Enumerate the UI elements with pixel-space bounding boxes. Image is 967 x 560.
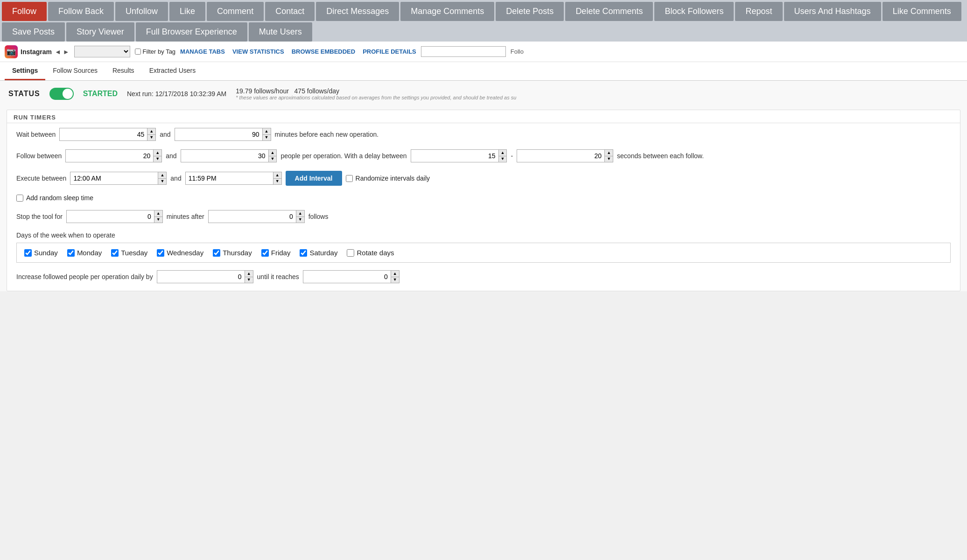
tab-settings[interactable]: Settings: [5, 62, 45, 80]
nav-btn-comment[interactable]: Comment: [207, 2, 264, 21]
execute-start-up[interactable]: ▲: [158, 172, 166, 178]
follow-max-spinner: ▲ ▼: [181, 149, 277, 162]
execute-between-label: Execute between: [16, 175, 66, 182]
nav-btn-full-browser[interactable]: Full Browser Experience: [136, 22, 247, 42]
stop-minutes-input[interactable]: [66, 210, 154, 223]
status-note: * these values are aproximations calcula…: [236, 95, 516, 100]
nav-btn-mute-users[interactable]: Mute Users: [249, 22, 312, 42]
delay-min-input[interactable]: [411, 149, 499, 162]
delay-min-down[interactable]: ▼: [499, 156, 507, 162]
follow-max-up[interactable]: ▲: [269, 150, 277, 156]
nav-btn-delete-posts[interactable]: Delete Posts: [496, 2, 564, 21]
follow-min-input[interactable]: [65, 149, 154, 162]
day-friday-checkbox[interactable]: [261, 249, 269, 257]
nav-btn-manage-comments[interactable]: Manage Comments: [400, 2, 494, 21]
until-value-input[interactable]: [303, 270, 391, 283]
execute-start-down[interactable]: ▼: [158, 178, 166, 185]
day-sunday-label: Sunday: [34, 249, 58, 257]
tab-extracted-users[interactable]: Extracted Users: [142, 62, 203, 80]
day-saturday-checkbox[interactable]: [300, 249, 307, 257]
day-wednesday-checkbox[interactable]: [157, 249, 164, 257]
status-toggle[interactable]: [49, 88, 74, 100]
day-sunday-checkbox[interactable]: [24, 249, 32, 257]
nav-btn-delete-comments[interactable]: Delete Comments: [565, 2, 653, 21]
add-interval-button[interactable]: Add Interval: [286, 171, 342, 186]
nav-btn-follow[interactable]: Follow: [2, 2, 47, 21]
execute-end-input[interactable]: [185, 172, 273, 185]
follow-min-up[interactable]: ▲: [154, 150, 161, 156]
delay-max-btns: ▲ ▼: [605, 149, 613, 162]
wait-min-down[interactable]: ▼: [147, 134, 155, 141]
increase-value-down[interactable]: ▼: [245, 277, 253, 283]
stop-follows-down[interactable]: ▼: [296, 217, 304, 223]
follow-and-label: and: [166, 152, 176, 160]
wait-suffix-label: minutes before each new operation.: [275, 131, 379, 138]
tab-results[interactable]: Results: [105, 62, 142, 80]
delay-max-down[interactable]: ▼: [605, 156, 613, 162]
delay-max-up[interactable]: ▲: [605, 150, 613, 156]
until-label: until it reaches: [257, 273, 299, 280]
day-rotate-days-label: Rotate days: [357, 249, 394, 257]
nav-btn-follow-back[interactable]: Follow Back: [48, 2, 114, 21]
stop-minutes-down[interactable]: ▼: [154, 217, 162, 223]
day-thursday-checkbox[interactable]: [213, 249, 220, 257]
nav-btn-repost[interactable]: Repost: [735, 2, 782, 21]
day-wednesday: Wednesday: [157, 249, 203, 257]
wait-max-input[interactable]: [175, 128, 263, 141]
execute-and-label: and: [170, 175, 181, 182]
until-value-up[interactable]: ▲: [391, 271, 399, 277]
nav-btn-direct-messages[interactable]: Direct Messages: [316, 2, 399, 21]
tab-follow-sources[interactable]: Follow Sources: [45, 62, 105, 80]
increase-value-btns: ▲ ▼: [245, 270, 253, 283]
platform-arrows[interactable]: ◄ ►: [55, 48, 70, 56]
days-box: SundayMondayTuesdayWednesdayThursdayFrid…: [16, 243, 951, 263]
until-value-down[interactable]: ▼: [391, 277, 399, 283]
follow-min-down[interactable]: ▼: [154, 156, 161, 162]
increase-value-up[interactable]: ▲: [245, 271, 253, 277]
execute-end-up[interactable]: ▲: [273, 172, 281, 178]
nav-btn-save-posts[interactable]: Save Posts: [2, 22, 65, 42]
follow-max-input[interactable]: [181, 149, 269, 162]
execute-end-btns: ▲ ▼: [273, 172, 282, 185]
view-statistics-link[interactable]: VIEW STATISTICS: [232, 48, 284, 55]
execute-start-btns: ▲ ▼: [158, 172, 167, 185]
wait-min-up[interactable]: ▲: [147, 128, 155, 134]
random-sleep-checkbox[interactable]: [16, 195, 23, 202]
day-tuesday-checkbox[interactable]: [111, 249, 119, 257]
day-sunday: Sunday: [24, 249, 58, 257]
profile-input[interactable]: [421, 46, 506, 57]
stop-minutes-up[interactable]: ▲: [154, 210, 162, 217]
nav-btn-story-viewer[interactable]: Story Viewer: [66, 22, 134, 42]
stop-follows-input[interactable]: [208, 210, 296, 223]
nav-btn-like[interactable]: Like: [169, 2, 205, 21]
wait-min-input[interactable]: [59, 128, 147, 141]
browse-embedded-link[interactable]: BROWSE EMBEDDED: [292, 48, 356, 55]
execute-start-group: ▲ ▼: [70, 172, 167, 185]
increase-label: Increase followed people per operation d…: [16, 273, 153, 280]
delay-min-up[interactable]: ▲: [499, 150, 507, 156]
nav-btn-users-hashtags[interactable]: Users And Hashtags: [784, 2, 881, 21]
day-monday-checkbox[interactable]: [67, 249, 75, 257]
filter-tag-checkbox[interactable]: [135, 49, 141, 55]
nav-btn-like-comments[interactable]: Like Comments: [883, 2, 961, 21]
day-rotate-days-checkbox[interactable]: [347, 249, 354, 257]
randomize-checkbox[interactable]: [346, 175, 353, 182]
delay-min-spinner: ▲ ▼: [411, 149, 507, 162]
nav-btn-block-followers[interactable]: Block Followers: [654, 2, 734, 21]
follow-max-down[interactable]: ▼: [269, 156, 277, 162]
stop-follows-up[interactable]: ▲: [296, 210, 304, 217]
wait-max-down[interactable]: ▼: [263, 134, 271, 141]
delay-max-input[interactable]: [517, 149, 605, 162]
nav-btn-contact[interactable]: Contact: [265, 2, 315, 21]
execute-end-down[interactable]: ▼: [273, 178, 281, 185]
wait-max-up[interactable]: ▲: [263, 128, 271, 134]
manage-tabs-link[interactable]: MANAGE TABS: [180, 48, 225, 55]
execute-start-input[interactable]: [70, 172, 158, 185]
nav-btn-unfollow[interactable]: Unfollow: [115, 2, 168, 21]
until-value-spinner: ▲ ▼: [303, 270, 399, 283]
increase-value-input[interactable]: [157, 270, 245, 283]
account-select[interactable]: [74, 46, 130, 57]
profile-details-link[interactable]: PROFILE DETAILS: [363, 48, 416, 55]
day-tuesday: Tuesday: [111, 249, 147, 257]
day-rotate-days: Rotate days: [347, 249, 394, 257]
